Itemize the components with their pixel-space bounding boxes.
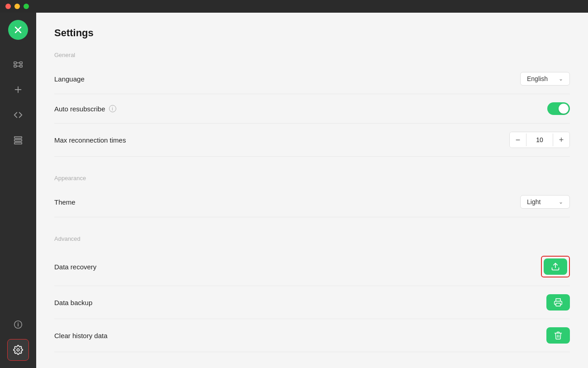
theme-label: Theme [54,198,76,206]
svg-rect-9 [14,139,22,141]
minimize-button[interactable] [14,4,20,9]
add-icon [13,85,23,95]
data-icon [13,135,23,145]
svg-point-14 [17,349,19,351]
row-data-backup: Data backup [54,286,570,319]
auto-resubscribe-label: Auto resubscribe i [54,105,116,113]
sidebar [0,13,36,368]
code-icon [13,110,23,120]
row-max-reconnection: Max reconnection times − 10 + [54,124,570,157]
stepper-value: 10 [526,134,553,146]
sidebar-item-code[interactable] [7,104,29,126]
max-reconnection-label: Max reconnection times [54,136,126,144]
clear-history-button[interactable] [546,327,570,344]
sidebar-bottom [7,314,29,361]
chevron-down-icon: ⌄ [559,76,563,82]
svg-rect-0 [14,62,16,64]
section-appearance-label: Appearance [54,175,570,182]
reconnection-stepper: − 10 + [509,132,570,148]
data-backup-button[interactable] [546,294,570,311]
page-title: Settings [54,27,570,39]
row-language: Language English ⌄ [54,64,570,94]
maximize-button[interactable] [24,4,29,9]
sidebar-item-settings[interactable] [7,339,29,361]
app-logo[interactable] [8,20,28,40]
main-content: Settings General Language English ⌄ Auto… [36,13,588,368]
section-general: General Language English ⌄ Auto resubscr… [54,52,570,157]
row-data-recovery: Data recovery [54,248,570,286]
svg-rect-10 [14,143,22,144]
section-advanced: Advanced Data recovery Data backup [54,235,570,352]
language-label: Language [54,75,85,83]
svg-rect-1 [20,62,22,64]
section-general-label: General [54,52,570,58]
section-advanced-label: Advanced [54,235,570,242]
data-recovery-button[interactable] [544,258,567,275]
info-icon [13,320,23,330]
svg-point-13 [18,322,19,323]
svg-rect-16 [556,303,560,306]
settings-icon [13,345,23,355]
title-bar [0,0,588,13]
data-backup-label: Data backup [54,299,92,306]
toggle-slider [547,102,570,115]
sidebar-item-info[interactable] [7,314,29,335]
theme-value: Light [527,198,541,206]
clear-history-label: Clear history data [54,332,108,339]
auto-resubscribe-info-icon[interactable]: i [109,105,116,112]
sidebar-item-add[interactable] [7,79,29,100]
app-container: Settings General Language English ⌄ Auto… [0,13,588,368]
sidebar-item-connections[interactable] [7,53,29,75]
auto-resubscribe-toggle[interactable] [547,102,570,115]
row-auto-resubscribe: Auto resubscribe i [54,94,570,124]
theme-dropdown[interactable]: Light ⌄ [520,195,570,209]
sidebar-item-data[interactable] [7,129,29,151]
language-dropdown[interactable]: English ⌄ [520,72,570,86]
theme-chevron-down-icon: ⌄ [559,199,563,205]
language-value: English [527,75,548,82]
logo-icon [13,24,24,35]
sidebar-nav [7,53,29,314]
print-icon [554,298,563,307]
stepper-increment-button[interactable]: + [553,132,569,148]
svg-rect-2 [14,65,16,67]
stepper-decrement-button[interactable]: − [510,132,526,148]
delete-icon [554,331,563,340]
data-recovery-label: Data recovery [54,263,96,271]
section-appearance: Appearance Theme Light ⌄ [54,175,570,217]
row-clear-history: Clear history data [54,319,570,352]
data-recovery-highlight [541,256,570,277]
upload-icon [551,262,560,271]
svg-rect-3 [20,65,22,67]
row-theme: Theme Light ⌄ [54,187,570,217]
connections-icon [13,59,23,69]
svg-rect-8 [14,137,22,139]
close-button[interactable] [5,4,11,9]
